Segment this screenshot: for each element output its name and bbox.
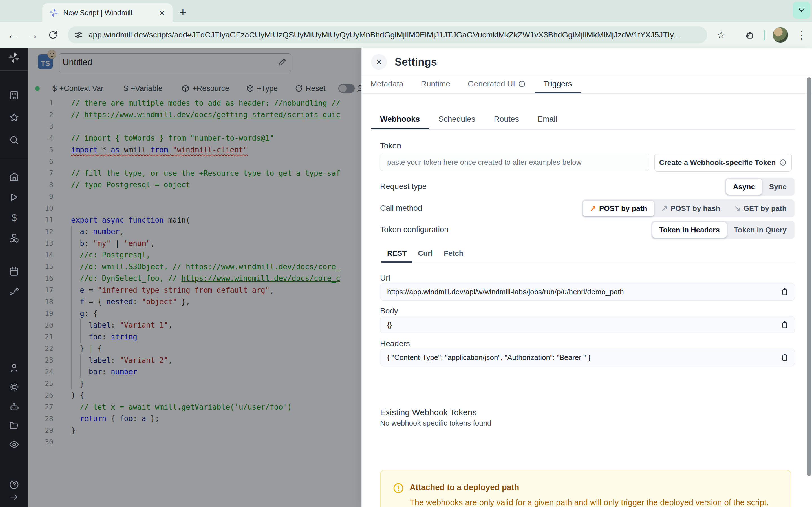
profile-avatar[interactable] bbox=[772, 22, 788, 48]
workspace-icon[interactable] bbox=[0, 89, 28, 101]
windmill-logo[interactable] bbox=[0, 52, 28, 64]
create-webhook-token-button[interactable]: Create a Webhook-specific Token bbox=[654, 154, 792, 172]
resources-icon[interactable] bbox=[0, 232, 28, 244]
code-line-14[interactable]: 14 //c: Postgresql, bbox=[28, 249, 361, 261]
logs-eye-icon[interactable] bbox=[0, 438, 28, 451]
browser-toolbar: ← → app.windmill.dev/scripts/add#JTdCJTI… bbox=[0, 22, 812, 48]
code-line-5[interactable]: 5import * as wmill from "windmill-client… bbox=[28, 144, 361, 156]
code-editor[interactable]: 1// there are multiple modes to add as h… bbox=[28, 97, 361, 448]
tab-schedules[interactable]: Schedules bbox=[429, 110, 485, 129]
headers-field[interactable]: { "Content-Type": "application/json", "A… bbox=[380, 349, 795, 366]
option-post-by-path[interactable]: ↗POST by path bbox=[583, 201, 654, 216]
new-tab-button[interactable]: + bbox=[179, 5, 187, 19]
tab-close-icon[interactable]: × bbox=[157, 8, 166, 17]
url-label: Url bbox=[380, 274, 390, 283]
code-line-16[interactable]: 16 //d: DynSelect_foo, // https://www.wi… bbox=[28, 273, 361, 284]
tab-fetch[interactable]: Fetch bbox=[438, 245, 469, 263]
code-line-29[interactable]: 29} bbox=[28, 425, 361, 436]
extensions-icon[interactable] bbox=[741, 22, 758, 48]
code-line-9[interactable]: 9 bbox=[28, 191, 361, 203]
reload-button[interactable] bbox=[45, 22, 61, 48]
body-field[interactable]: {} bbox=[380, 316, 795, 334]
collapse-arrow-icon[interactable] bbox=[0, 491, 28, 503]
search-icon[interactable] bbox=[0, 134, 28, 146]
option-token-in-query[interactable]: Token in Query bbox=[727, 222, 794, 238]
tab-runtime[interactable]: Runtime bbox=[412, 76, 459, 93]
variables-icon[interactable]: $ bbox=[0, 211, 28, 224]
add-type-button[interactable]: +Type bbox=[246, 80, 278, 97]
code-line-2[interactable]: 2// https://www.windmill.dev/docs/gettin… bbox=[28, 109, 361, 121]
edit-name-pencil-icon[interactable] bbox=[277, 57, 287, 67]
drawer-scrollbar[interactable] bbox=[807, 77, 811, 476]
close-icon[interactable]: × bbox=[371, 54, 387, 70]
option-sync[interactable]: Sync bbox=[762, 179, 794, 194]
schedules-icon[interactable] bbox=[0, 265, 28, 277]
add-resource-button[interactable]: +Resource bbox=[181, 80, 229, 97]
tab-search-button[interactable] bbox=[793, 2, 810, 18]
code-line-27[interactable]: 27 // let x = await wmill.getVariable('u… bbox=[28, 401, 361, 413]
code-line-10[interactable]: 10 bbox=[28, 203, 361, 214]
favorites-star-icon[interactable] bbox=[0, 111, 28, 124]
tab-generated-ui[interactable]: Generated UI bbox=[459, 76, 535, 93]
url-field[interactable]: https://app.windmill.dev/api/w/windmill-… bbox=[380, 283, 795, 300]
copy-icon[interactable] bbox=[780, 321, 789, 329]
browser-menu-icon[interactable]: ⋮ bbox=[796, 22, 807, 48]
script-editor-pane: TS Untitled $ +Context Var $ +Variable +… bbox=[28, 48, 361, 507]
code-line-24[interactable]: 24 bar: number bbox=[28, 366, 361, 378]
address-bar[interactable]: app.windmill.dev/scripts/add#JTdCJTIyaGF… bbox=[68, 26, 707, 43]
site-settings-icon[interactable] bbox=[74, 30, 84, 40]
tab-email[interactable]: Email bbox=[528, 110, 567, 129]
code-line-13[interactable]: 13 b: "my" | "enum", bbox=[28, 237, 361, 249]
copy-icon[interactable] bbox=[780, 288, 789, 296]
back-button[interactable]: ← bbox=[4, 22, 21, 48]
add-variable-button[interactable]: $ +Variable bbox=[124, 80, 162, 97]
option-async[interactable]: Async bbox=[726, 179, 762, 194]
code-line-1[interactable]: 1// there are multiple modes to add as h… bbox=[28, 97, 361, 109]
tab-triggers[interactable]: Triggers bbox=[535, 76, 581, 93]
tab-metadata[interactable]: Metadata bbox=[362, 76, 412, 93]
code-line-21[interactable]: 21 foo: string bbox=[28, 331, 361, 343]
token-input[interactable] bbox=[380, 154, 649, 171]
add-context-var-button[interactable]: $ +Context Var bbox=[52, 80, 103, 97]
script-name-field[interactable] bbox=[59, 53, 291, 72]
user-icon[interactable] bbox=[0, 362, 28, 374]
bookmark-star-icon[interactable]: ☆ bbox=[713, 22, 730, 48]
code-line-3[interactable]: 3 bbox=[28, 121, 361, 132]
settings-gear-icon[interactable] bbox=[0, 381, 28, 393]
code-line-25[interactable]: 25 } bbox=[28, 378, 361, 390]
routes-icon[interactable] bbox=[0, 285, 28, 298]
tab-webhooks[interactable]: Webhooks bbox=[371, 110, 429, 129]
code-line-17[interactable]: 17 e = "inferred type string from defaul… bbox=[28, 284, 361, 296]
copy-icon[interactable] bbox=[780, 353, 789, 362]
code-line-26[interactable]: 26) { bbox=[28, 390, 361, 401]
tab-rest[interactable]: REST bbox=[382, 245, 412, 263]
tab-routes[interactable]: Routes bbox=[485, 110, 528, 129]
option-get-by-path[interactable]: ↘GET by path bbox=[727, 201, 794, 216]
assistant-toggle[interactable] bbox=[338, 80, 355, 97]
reset-button[interactable]: Reset bbox=[295, 80, 326, 97]
home-icon[interactable] bbox=[0, 170, 28, 183]
folders-icon[interactable] bbox=[0, 419, 28, 432]
option-post-by-hash[interactable]: ↗POST by hash bbox=[654, 201, 727, 216]
code-line-7[interactable]: 7// fill the type, or use the +Resource … bbox=[28, 167, 361, 179]
workers-icon[interactable] bbox=[0, 400, 28, 413]
code-line-18[interactable]: 18 f = { nested: "object" }, bbox=[28, 296, 361, 308]
code-line-23[interactable]: 23 label: "Variant 2", bbox=[28, 354, 361, 366]
code-line-22[interactable]: 22 } | { bbox=[28, 343, 361, 355]
code-line-12[interactable]: 12 a: number, bbox=[28, 226, 361, 238]
runs-icon[interactable] bbox=[0, 191, 28, 203]
tab-curl[interactable]: Curl bbox=[412, 245, 438, 263]
browser-tab[interactable]: New Script | Windmill × bbox=[42, 3, 172, 22]
code-line-28[interactable]: 28 return { foo: a }; bbox=[28, 413, 361, 425]
code-line-20[interactable]: 20 label: "Variant 1", bbox=[28, 320, 361, 331]
code-line-30[interactable]: 30 bbox=[28, 436, 361, 448]
code-line-15[interactable]: 15 //d: wmill.S3Object, // https://www.w… bbox=[28, 261, 361, 273]
option-token-in-headers[interactable]: Token in Headers bbox=[652, 222, 726, 238]
forward-button[interactable]: → bbox=[24, 22, 41, 48]
code-line-8[interactable]: 8// type Postgresql = object bbox=[28, 179, 361, 191]
code-line-4[interactable]: 4// import { toWords } from "number-to-w… bbox=[28, 132, 361, 144]
code-line-19[interactable]: 19 g: { bbox=[28, 307, 361, 320]
help-icon[interactable] bbox=[0, 478, 28, 491]
code-line-11[interactable]: 11export async function main( bbox=[28, 214, 361, 226]
code-line-6[interactable]: 6 bbox=[28, 156, 361, 168]
